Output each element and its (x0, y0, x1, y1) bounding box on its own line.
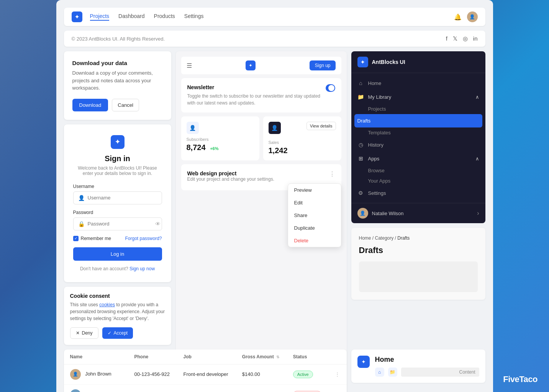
menu-item-preview[interactable]: Preview (288, 184, 341, 196)
sidebar-item-my-library[interactable]: 📁 My Library ∧ (351, 90, 485, 104)
drafts-panel: Home / Category / Drafts Drafts (351, 228, 485, 300)
sort-icon: ⇅ (276, 355, 279, 359)
drafts-content-card (359, 261, 478, 292)
drafts-label: Drafts (357, 118, 371, 124)
user-avatar[interactable]: 👤 (467, 11, 478, 22)
sidebar-item-projects[interactable]: Projects (351, 104, 485, 114)
sidebar-item-home[interactable]: ⌂ Home (351, 76, 485, 90)
linkedin-icon[interactable]: in (473, 35, 478, 42)
username-label: Username (73, 184, 162, 189)
nav-link-settings[interactable]: Settings (184, 13, 204, 21)
nav-link-products[interactable]: Products (154, 13, 175, 21)
widget-signup-button[interactable]: Sign up (310, 60, 336, 70)
data-table: Name Phone Job Gross Amount ⇅ Status (64, 350, 347, 392)
bell-icon[interactable]: 🔔 (454, 13, 462, 21)
signin-panel: ✦ Sign in Welcome back to AntBlocks UI! … (64, 124, 171, 282)
signup-link[interactable]: Sign up now (129, 266, 155, 271)
subscribers-value: 8,724 +6% (187, 143, 254, 152)
col-job[interactable]: Job (177, 350, 236, 364)
sidebar-avatar: 👤 (357, 208, 368, 219)
sales-card: 👤 View details Sales 1,242 (263, 116, 341, 160)
cell-actions-1[interactable]: ⋮ (329, 364, 346, 384)
cookie-title: Cookie consent (70, 293, 165, 299)
col-phone[interactable]: Phone (128, 350, 177, 364)
download-panel: Download your data Download a copy of yo… (64, 51, 171, 120)
home-icons-row: ⌂ 📁 Content (375, 368, 479, 377)
widget-topbar: ☰ ✦ Sign up (181, 57, 341, 74)
nav-link-dashboard[interactable]: Dashboard (118, 13, 145, 21)
cell-name-1: 👤 John Brown (64, 364, 128, 384)
breadcrumb-current: Drafts (397, 235, 410, 241)
newsletter-text: Toggle the switch to subscribe to our ne… (187, 93, 326, 106)
cookie-link[interactable]: cookies (99, 302, 115, 307)
subscribers-card: 👤 Subscribers 8,724 +6% (181, 116, 259, 160)
subscribers-badge: +6% (210, 146, 218, 151)
cell-amount-2: $200.00 (236, 384, 287, 392)
cell-phone-2: 00-123-456-922 (128, 384, 177, 392)
social-icons: f 𝕏 ◎ in (446, 35, 478, 42)
project-section: Web design project Edit your project and… (181, 164, 341, 190)
sidebar-chevron-right-icon: › (477, 210, 479, 217)
breadcrumb: Home / Category / Drafts (359, 235, 478, 241)
sidebar-item-your-apps[interactable]: Your Apps (351, 176, 485, 186)
newsletter-title: Newsletter (187, 84, 326, 90)
col-name[interactable]: Name (64, 350, 128, 364)
cancel-button[interactable]: Cancel (112, 99, 139, 111)
view-details-button[interactable]: View details (306, 122, 336, 130)
cell-amount-1: $140.00 (236, 364, 287, 384)
table-container: Name Phone Job Gross Amount ⇅ Status (64, 350, 347, 392)
menu-item-duplicate[interactable]: Duplicate (288, 222, 341, 234)
signin-logo: ✦ (111, 135, 125, 149)
sidebar-library-label: My Library (368, 94, 392, 100)
sidebar-item-history[interactable]: ◷ History (351, 138, 485, 152)
breadcrumb-category[interactable]: Category (375, 235, 394, 241)
download-button[interactable]: Download (72, 99, 108, 111)
remember-label[interactable]: ✓ Remember me (73, 236, 111, 241)
status-badge-active: Active (293, 371, 313, 378)
menu-item-delete[interactable]: Delete (288, 234, 341, 247)
twitter-icon[interactable]: 𝕏 (453, 35, 457, 42)
col-amount[interactable]: Gross Amount ⇅ (236, 350, 287, 364)
cookie-actions: ✕ Deny ✓ Accept (70, 327, 165, 339)
cell-actions-2[interactable]: ⋮ (329, 384, 346, 392)
sidebar-item-apps[interactable]: ⊞ Apps ∧ (351, 152, 485, 165)
sidebar-item-templates[interactable]: Templates (351, 127, 485, 138)
deny-button[interactable]: ✕ Deny (70, 327, 98, 339)
sidebar-user-footer[interactable]: 👤 Natalie Wilson › (351, 203, 485, 223)
remember-checkbox[interactable]: ✓ (73, 236, 79, 241)
library-icon: 📁 (357, 94, 364, 100)
subscribers-label: Subscribers (187, 137, 254, 142)
sidebar-item-browse[interactable]: Browse (351, 165, 485, 176)
instagram-icon[interactable]: ◎ (463, 35, 468, 42)
newsletter-card: Newsletter Toggle the switch to subscrib… (181, 78, 341, 113)
home-small-icon: ⌂ (375, 368, 384, 377)
sidebar-item-settings[interactable]: ⚙ Settings (351, 186, 485, 200)
facebook-icon[interactable]: f (446, 35, 447, 42)
username-input[interactable] (88, 195, 157, 201)
nav-logo: ✦ (72, 11, 82, 22)
nav-link-projects[interactable]: Projects (90, 13, 110, 21)
context-menu: Preview Edit Share Duplicate Delete (288, 183, 341, 247)
accept-button[interactable]: ✓ Accept (102, 327, 133, 339)
col-status[interactable]: Status (287, 350, 329, 364)
breadcrumb-home[interactable]: Home (359, 235, 371, 241)
username-field-group: Username 👤 (73, 184, 162, 204)
download-actions: Download Cancel (72, 99, 163, 111)
project-dots-button[interactable]: ⋮ (329, 170, 335, 178)
sidebar-settings-label: Settings (368, 190, 386, 196)
home-card-logo: ✦ (357, 356, 370, 368)
fivetaco-branding: FiveTaco (503, 374, 538, 384)
menu-item-edit[interactable]: Edit (288, 196, 341, 209)
home-icon: ⌂ (357, 80, 364, 86)
newsletter-toggle[interactable] (326, 84, 335, 92)
sidebar-item-drafts[interactable]: Drafts (354, 114, 482, 127)
login-button[interactable]: Log in (73, 247, 162, 261)
drafts-title: Drafts (359, 245, 478, 255)
eye-icon[interactable]: 👁 (155, 221, 161, 227)
chevron-up-icon: ∧ (475, 94, 479, 100)
menu-item-share[interactable]: Share (288, 209, 341, 222)
forgot-password-link[interactable]: Forgot password? (125, 236, 162, 241)
password-input[interactable] (88, 221, 152, 227)
hamburger-icon[interactable]: ☰ (187, 62, 192, 69)
cell-status-1: Active (287, 364, 329, 384)
